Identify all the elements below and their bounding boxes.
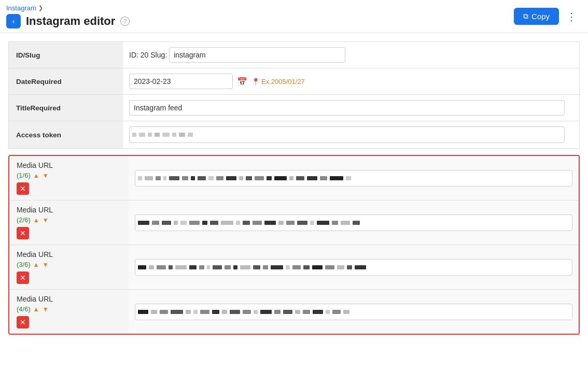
media-controls-1: (1/6) ▲ ▼ [17,171,121,179]
breadcrumb-row: Instagram ❯ [6,4,130,12]
access-token-label: Access token [9,121,123,148]
access-token-input[interactable] [129,126,565,143]
media-url-field-3[interactable] [135,259,572,276]
date-value-cell: 📅 📍 Ex.2005/01/27 [123,68,579,94]
arrow-down-2[interactable]: ▼ [42,217,49,224]
pin-icon: 📍 [251,78,260,85]
date-label: Date Required [9,68,123,94]
delete-btn-2[interactable]: ✕ [17,227,29,239]
media-controls-3: (3/6) ▲ ▼ [17,261,121,268]
top-header: Instagram ❯ ‹ Instagram editor ? ⧉ Copy … [0,0,588,33]
main-content: ID/Slug ID: 20 Slug: Date Required 📅 📍 E… [0,33,588,335]
media-controls-2: (2/6) ▲ ▼ [17,216,121,224]
header-left: Instagram ❯ ‹ Instagram editor ? [6,4,130,28]
url-dots-2 [137,220,570,225]
media-container: Media URL (1/6) ▲ ▼ ✕ [8,155,580,335]
media-url-field-2[interactable] [135,215,572,231]
fields-container: ID/Slug ID: 20 Slug: Date Required 📅 📍 E… [8,41,580,149]
media-value-4 [129,290,579,334]
media-order-4: (4/6) [17,305,31,313]
media-row-1: Media URL (1/6) ▲ ▼ ✕ [9,156,579,201]
id-slug-row: ID/Slug ID: 20 Slug: [8,41,580,68]
title-value-cell [123,95,579,121]
media-controls-4: (4/6) ▲ ▼ [17,305,121,313]
help-icon[interactable]: ? [120,17,130,26]
arrow-down-1[interactable]: ▼ [42,172,49,179]
media-url-label-2: Media URL [17,206,121,214]
back-arrow-icon: ‹ [12,17,15,25]
media-label-3: Media URL (3/6) ▲ ▼ ✕ [9,245,129,289]
id-slug-label: ID/Slug [9,42,123,68]
delete-btn-4[interactable]: ✕ [17,316,29,328]
date-input[interactable] [129,74,233,89]
media-value-2 [129,201,579,245]
date-required: Required [31,78,62,85]
date-row: Date Required 📅 📍 Ex.2005/01/27 [8,68,580,94]
delete-btn-3[interactable]: ✕ [17,271,29,284]
access-token-value-cell [123,121,579,148]
arrow-up-1[interactable]: ▲ [33,172,40,179]
media-order-3: (3/6) [17,261,31,268]
media-value-3 [129,245,579,289]
arrow-down-4[interactable]: ▼ [42,306,49,313]
media-url-label-3: Media URL [17,250,121,259]
breadcrumb-chevron: ❯ [38,5,43,11]
media-label-1: Media URL (1/6) ▲ ▼ ✕ [9,156,129,200]
breadcrumb-link[interactable]: Instagram [6,4,36,12]
media-row-2: Media URL (2/6) ▲ ▼ ✕ [9,201,579,245]
copy-icon: ⧉ [523,12,528,21]
page-title-row: ‹ Instagram editor ? [6,14,130,28]
url-dots-3 [137,265,570,270]
media-url-label-1: Media URL [17,161,121,169]
arrow-up-4[interactable]: ▲ [33,306,40,313]
media-url-field-4[interactable] [135,304,572,320]
header-right: ⧉ Copy ⋮ [514,8,580,25]
media-row-4: Media URL (4/6) ▲ ▼ ✕ [9,290,579,334]
arrow-up-2[interactable]: ▲ [33,217,40,224]
more-button[interactable]: ⋮ [563,8,580,25]
media-url-field-1[interactable] [135,170,572,187]
slug-input[interactable] [169,47,345,63]
arrow-down-3[interactable]: ▼ [42,261,49,268]
title-label: Title Required [9,95,123,121]
page-title: Instagram editor [26,15,115,28]
access-token-row: Access token [8,121,580,149]
media-order-1: (1/6) [17,171,31,179]
title-row: Title Required [8,94,580,121]
title-required: Required [31,104,61,112]
media-value-1 [129,156,579,200]
delete-btn-1[interactable]: ✕ [17,182,29,195]
id-slug-value: ID: 20 Slug: [123,42,579,68]
url-dots-4 [137,309,570,314]
date-example: 📍 Ex.2005/01/27 [251,78,305,85]
media-label-2: Media URL (2/6) ▲ ▼ ✕ [9,201,129,245]
title-input[interactable] [129,100,565,116]
calendar-icon[interactable]: 📅 [237,77,247,87]
date-row-inner: 📅 📍 Ex.2005/01/27 [129,74,305,89]
media-url-label-4: Media URL [17,295,121,303]
copy-label: Copy [531,12,550,21]
media-label-4: Media URL (4/6) ▲ ▼ ✕ [9,290,129,334]
id-prefix: ID: 20 Slug: [129,51,167,59]
back-button[interactable]: ‹ [6,14,21,28]
arrow-up-3[interactable]: ▲ [33,261,40,268]
copy-button[interactable]: ⧉ Copy [514,8,559,25]
url-dots-1 [137,176,570,181]
media-row-3: Media URL (3/6) ▲ ▼ ✕ [9,245,579,290]
access-token-dots [132,132,562,137]
media-order-2: (2/6) [17,216,31,224]
